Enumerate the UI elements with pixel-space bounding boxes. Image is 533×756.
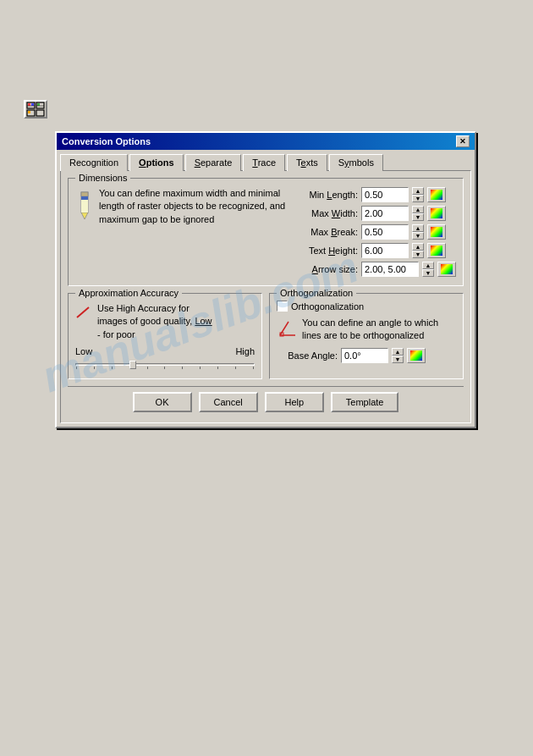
tab-texts[interactable]: Texts <box>287 154 327 171</box>
approx-icon <box>75 304 92 341</box>
text-height-label: Text Height: <box>297 246 358 256</box>
ortho-checkbox-label: Orthogonalization <box>291 301 364 312</box>
svg-rect-5 <box>31 103 34 106</box>
field-row-arrow-size: Arrow size: ▲ ▼ <box>297 262 456 277</box>
field-row-base-angle: Base Angle: ▲ ▼ <box>277 348 456 363</box>
slider-labels: Low High <box>75 346 255 356</box>
approx-text-block: Use High Accuracy for images of good qua… <box>97 302 212 341</box>
min-length-color-btn[interactable] <box>427 187 446 202</box>
ortho-description: You can define an angle to which lines a… <box>302 317 456 343</box>
max-width-spin-up[interactable]: ▲ <box>412 206 424 213</box>
tabs-row: Recognition Options Separate Trace Texts… <box>57 150 475 170</box>
min-length-color-swatch <box>431 190 442 200</box>
base-angle-input[interactable] <box>341 348 388 363</box>
base-angle-label: Base Angle: <box>277 350 338 361</box>
min-length-spin-up[interactable]: ▲ <box>412 187 424 195</box>
svg-rect-4 <box>28 103 30 106</box>
orthogonalization-checkbox[interactable] <box>277 301 288 312</box>
text-height-spin-up[interactable]: ▲ <box>412 243 424 251</box>
max-width-label: Max Width: <box>297 208 358 218</box>
min-length-spin-down[interactable]: ▼ <box>412 195 424 202</box>
slider-low-label: Low <box>75 346 92 356</box>
base-angle-spin[interactable]: ▲ ▼ <box>392 348 404 363</box>
base-angle-color-btn[interactable] <box>407 348 426 363</box>
base-angle-spin-down[interactable]: ▼ <box>392 356 404 363</box>
toolbar-icon[interactable] <box>24 100 47 119</box>
svg-marker-11 <box>81 212 88 219</box>
dimensions-description: You can define maximum width and minimal… <box>99 187 290 279</box>
tab-symbols[interactable]: Symbols <box>329 154 383 171</box>
dimensions-fields: Min Length: ▲ ▼ Max Wi <box>297 187 456 279</box>
dimensions-group: Dimensions <box>68 178 464 286</box>
arrow-size-color-swatch <box>441 264 453 274</box>
approximation-label: Approximation Accuracy <box>75 288 182 298</box>
dialog-titlebar: Conversion Options ✕ <box>57 133 475 150</box>
tab-content-options: Dimensions <box>60 170 471 423</box>
arrow-size-color-btn[interactable] <box>437 262 456 277</box>
text-height-input[interactable] <box>361 243 409 258</box>
ortho-icon <box>277 317 299 339</box>
svg-rect-7 <box>28 111 30 113</box>
dialog-close-button[interactable]: ✕ <box>456 135 470 147</box>
approx-content: Use High Accuracy for images of good qua… <box>75 297 255 341</box>
toolbar-area <box>24 100 47 119</box>
field-row-max-width: Max Width: ▲ ▼ <box>297 206 456 221</box>
slider-area: Low High <box>75 346 255 372</box>
max-width-color-btn[interactable] <box>427 206 446 221</box>
min-length-spin[interactable]: ▲ ▼ <box>412 187 424 202</box>
max-width-input[interactable] <box>361 206 409 221</box>
text-height-spin[interactable]: ▲ ▼ <box>412 243 424 258</box>
field-row-text-height: Text Height: ▲ ▼ <box>297 243 456 258</box>
slider-high-label: High <box>235 346 255 356</box>
arrow-size-spin-down[interactable]: ▼ <box>422 269 434 277</box>
slider-thumb[interactable] <box>129 361 136 369</box>
max-width-spin-down[interactable]: ▼ <box>412 213 424 221</box>
svg-rect-14 <box>81 196 88 200</box>
svg-rect-12 <box>81 192 88 196</box>
max-break-spin[interactable]: ▲ ▼ <box>412 224 424 240</box>
arrow-size-spin-up[interactable]: ▲ <box>422 262 434 269</box>
bottom-sections: Approximation Accuracy Use High Accuracy <box>68 293 464 386</box>
max-break-spin-up[interactable]: ▲ <box>412 224 424 232</box>
pencil-icon <box>75 190 94 209</box>
max-break-input[interactable] <box>361 224 409 240</box>
min-length-input[interactable] <box>361 187 409 202</box>
max-break-color-btn[interactable] <box>427 224 446 240</box>
max-break-label: Max Break: <box>297 227 358 237</box>
help-button[interactable]: Help <box>265 392 324 412</box>
max-width-spin[interactable]: ▲ ▼ <box>412 206 424 221</box>
svg-line-15 <box>77 307 89 317</box>
dialog-buttons: OK Cancel Help Template <box>68 386 464 416</box>
svg-rect-6 <box>37 103 40 106</box>
max-break-spin-down[interactable]: ▼ <box>412 232 424 240</box>
ok-button[interactable]: OK <box>133 392 192 412</box>
template-button[interactable]: Template <box>331 392 399 412</box>
tab-recognition[interactable]: Recognition <box>60 154 128 171</box>
orthogonalization-label: Orthogonalization <box>277 288 356 298</box>
dimensions-label: Dimensions <box>75 173 130 183</box>
arrow-size-spin[interactable]: ▲ ▼ <box>422 262 434 277</box>
base-angle-spin-up[interactable]: ▲ <box>392 348 404 356</box>
ortho-checkbox-row: Orthogonalization <box>277 301 456 312</box>
conversion-options-dialog: Conversion Options ✕ Recognition Options… <box>55 131 476 428</box>
max-width-color-swatch <box>431 208 442 218</box>
svg-line-18 <box>280 322 288 335</box>
min-length-label: Min Length: <box>297 190 358 200</box>
ortho-main-content: You can define an angle to which lines a… <box>277 317 456 343</box>
orthogonalization-group: Orthogonalization Orthogonalization <box>269 293 464 379</box>
text-height-spin-down[interactable]: ▼ <box>412 251 424 258</box>
svg-rect-3 <box>36 110 44 116</box>
tab-trace[interactable]: Trace <box>243 154 285 171</box>
slider-bar <box>75 363 255 366</box>
slider-ticks <box>75 367 255 369</box>
arrow-size-input[interactable] <box>361 262 419 277</box>
accuracy-slider[interactable] <box>75 358 255 372</box>
tab-options[interactable]: Options <box>129 154 184 171</box>
field-row-min-length: Min Length: ▲ ▼ <box>297 187 456 202</box>
tab-separate[interactable]: Separate <box>185 154 242 171</box>
text-height-color-swatch <box>431 246 442 256</box>
cancel-button[interactable]: Cancel <box>199 392 258 412</box>
dialog-title: Conversion Options <box>62 136 151 146</box>
text-height-color-btn[interactable] <box>427 243 446 258</box>
field-row-max-break: Max Break: ▲ ▼ <box>297 224 456 240</box>
